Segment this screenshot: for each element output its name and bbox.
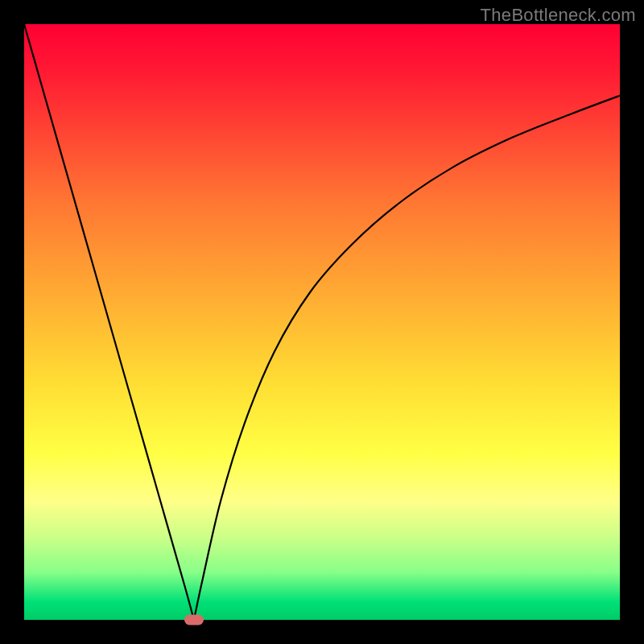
- curve-left-branch: [24, 24, 194, 620]
- minimum-marker: [184, 615, 204, 625]
- curve-svg: [24, 24, 620, 620]
- plot-area: [24, 24, 620, 620]
- watermark-text: TheBottleneck.com: [481, 5, 636, 26]
- curve-right-branch: [194, 96, 620, 620]
- chart-container: TheBottleneck.com: [0, 0, 644, 644]
